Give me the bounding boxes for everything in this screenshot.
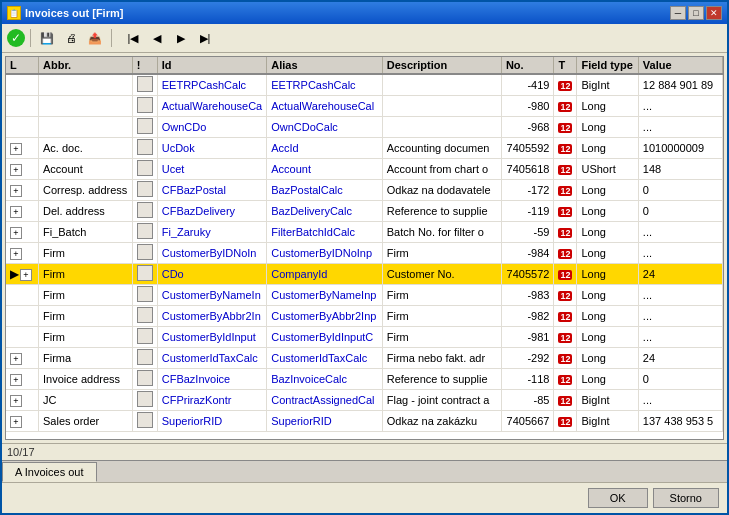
table-container: L Abbr. ! Id Alias Description No. T Fie… — [5, 56, 724, 440]
table-row[interactable]: OwnCDoOwnCDoCalc-96812Long... — [6, 117, 723, 138]
save-button[interactable]: 💾 — [36, 27, 58, 49]
title-buttons: ─ □ ✕ — [670, 6, 722, 20]
table-row[interactable]: +Ac. doc.UcDokAccIdAccounting documen740… — [6, 138, 723, 159]
cell-t: 12 — [554, 411, 577, 432]
ok-button[interactable]: OK — [588, 488, 648, 508]
table-header-row: L Abbr. ! Id Alias Description No. T Fie… — [6, 57, 723, 74]
cancel-button[interactable]: Storno — [653, 488, 719, 508]
export-button[interactable]: 📤 — [84, 27, 106, 49]
checkbox[interactable] — [137, 223, 153, 239]
checkbox[interactable] — [137, 265, 153, 281]
nav-next-button[interactable]: ▶ — [170, 27, 192, 49]
cell-alias: BazPostalCalc — [267, 180, 383, 201]
close-button[interactable]: ✕ — [706, 6, 722, 20]
cell-id: CFBazInvoice — [157, 369, 266, 390]
expand-button[interactable]: + — [10, 353, 22, 365]
table-row[interactable]: FirmCustomerByIdInputCustomerByIdInputCF… — [6, 327, 723, 348]
expand-button[interactable]: + — [10, 374, 22, 386]
table-row[interactable]: +Corresp. addressCFBazPostalBazPostalCal… — [6, 180, 723, 201]
checkbox[interactable] — [137, 202, 153, 218]
expand-button[interactable]: + — [10, 164, 22, 176]
expand-button[interactable]: + — [10, 143, 22, 155]
cell-field-type: Long — [577, 138, 638, 159]
checkbox[interactable] — [137, 307, 153, 323]
cell-l: + — [6, 180, 39, 201]
table-row[interactable]: ActualWarehouseCaActualWarehouseCal-9801… — [6, 96, 723, 117]
expand-button[interactable]: + — [10, 248, 22, 260]
cell-desc: Firm — [382, 285, 501, 306]
checkbox[interactable] — [137, 412, 153, 428]
cell-abbr: Firma — [39, 348, 133, 369]
separator-2 — [111, 29, 112, 47]
minimize-button[interactable]: ─ — [670, 6, 686, 20]
maximize-button[interactable]: □ — [688, 6, 704, 20]
cell-alias: BazInvoiceCalc — [267, 369, 383, 390]
table-row[interactable]: FirmCustomerByNameInCustomerByNameInpFir… — [6, 285, 723, 306]
table-row[interactable]: ▶+FirmCDoCompanyIdCustomer No.740557212L… — [6, 264, 723, 285]
table-row[interactable]: +AccountUcetAccountAccount from chart o7… — [6, 159, 723, 180]
expand-button[interactable]: + — [20, 269, 32, 281]
checkbox[interactable] — [137, 118, 153, 134]
expand-button[interactable]: + — [10, 206, 22, 218]
cell-no: -59 — [501, 222, 554, 243]
cell-excl — [132, 411, 157, 432]
table-row[interactable]: +FirmCustomerByIDNoInCustomerByIDNoInpFi… — [6, 243, 723, 264]
checkbox[interactable] — [137, 391, 153, 407]
checkbox[interactable] — [137, 370, 153, 386]
checkbox[interactable] — [137, 244, 153, 260]
cell-field-type: Long — [577, 243, 638, 264]
cell-id: CFPrirazKontr — [157, 390, 266, 411]
cell-alias: OwnCDoCalc — [267, 117, 383, 138]
checkbox[interactable] — [137, 97, 153, 113]
table-row[interactable]: +Sales orderSuperiorRIDSuperiorRIDOdkaz … — [6, 411, 723, 432]
table-row[interactable]: FirmCustomerByAbbr2InCustomerByAbbr2InpF… — [6, 306, 723, 327]
cell-alias: CustomerIdTaxCalc — [267, 348, 383, 369]
checkbox[interactable] — [137, 181, 153, 197]
table-row[interactable]: +Fi_BatchFi_ZarukyFilterBatchIdCalcBatch… — [6, 222, 723, 243]
checkbox[interactable] — [137, 349, 153, 365]
status-bar: 10/17 — [2, 443, 727, 460]
checkbox[interactable] — [137, 286, 153, 302]
table-row[interactable]: +Del. addressCFBazDeliveryBazDeliveryCal… — [6, 201, 723, 222]
cell-id: OwnCDo — [157, 117, 266, 138]
cell-field-type: BigInt — [577, 411, 638, 432]
cell-abbr — [39, 96, 133, 117]
cell-excl — [132, 369, 157, 390]
nav-first-button[interactable]: |◀ — [122, 27, 144, 49]
cell-t: 12 — [554, 285, 577, 306]
cell-no: -419 — [501, 74, 554, 96]
checkbox[interactable] — [137, 160, 153, 176]
checkbox[interactable] — [137, 328, 153, 344]
cell-l: + — [6, 348, 39, 369]
expand-button[interactable]: + — [10, 395, 22, 407]
separator-1 — [30, 29, 31, 47]
tab-invoices-out[interactable]: A Invoices out — [2, 462, 97, 482]
expand-button[interactable]: + — [10, 227, 22, 239]
header-excl: ! — [132, 57, 157, 74]
cell-desc: Firm — [382, 243, 501, 264]
table-scroll[interactable]: L Abbr. ! Id Alias Description No. T Fie… — [6, 57, 723, 439]
type-badge: 12 — [558, 249, 572, 259]
cell-id: CDo — [157, 264, 266, 285]
data-table: L Abbr. ! Id Alias Description No. T Fie… — [6, 57, 723, 432]
table-row[interactable]: +JCCFPrirazKontrContractAssignedCalFlag … — [6, 390, 723, 411]
expand-button[interactable]: + — [10, 416, 22, 428]
cell-l — [6, 306, 39, 327]
cell-abbr: JC — [39, 390, 133, 411]
checkbox[interactable] — [137, 76, 153, 92]
cell-id: SuperiorRID — [157, 411, 266, 432]
nav-prev-button[interactable]: ◀ — [146, 27, 168, 49]
table-row[interactable]: +FirmaCustomerIdTaxCalcCustomerIdTaxCalc… — [6, 348, 723, 369]
cell-excl — [132, 327, 157, 348]
print-button[interactable]: 🖨 — [60, 27, 82, 49]
nav-last-button[interactable]: ▶| — [194, 27, 216, 49]
checkbox[interactable] — [137, 139, 153, 155]
cell-excl — [132, 74, 157, 96]
table-row[interactable]: EETRPCashCalcEETRPCashCalc-41912BigInt12… — [6, 74, 723, 96]
type-badge: 12 — [558, 396, 572, 406]
table-row[interactable]: +Invoice addressCFBazInvoiceBazInvoiceCa… — [6, 369, 723, 390]
cell-l — [6, 327, 39, 348]
cell-abbr: Firm — [39, 327, 133, 348]
expand-button[interactable]: + — [10, 185, 22, 197]
confirm-icon[interactable]: ✓ — [7, 29, 25, 47]
